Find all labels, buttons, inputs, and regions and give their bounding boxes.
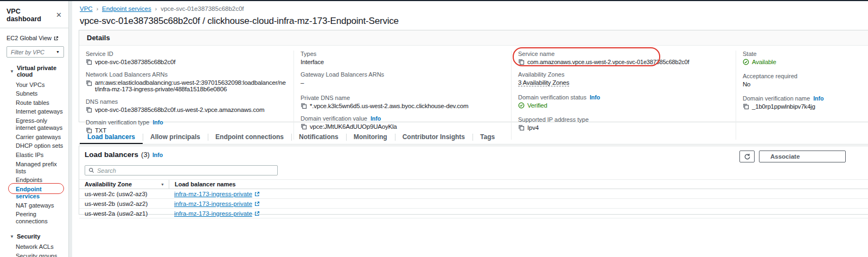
field-types: Types Interface [301, 51, 505, 65]
copy-icon[interactable] [301, 103, 307, 109]
field-gateway-lb-arns: Gateway Load Balancers ARNs – [301, 71, 505, 86]
sidebar-item-subnets[interactable]: Subnets [16, 90, 64, 99]
close-icon[interactable]: ✕ [56, 12, 62, 18]
sidebar-section-title[interactable]: ▼ Virtual private cloud [10, 65, 64, 78]
field-domain-verification-name: Domain verification name Info _1b0rp1ppw… [743, 95, 868, 110]
table-row: us-west-2c (usw2-az3) infra-mz-173-ingre… [79, 189, 868, 199]
sidebar-section-title[interactable]: ▼ Security [10, 233, 64, 240]
breadcrumb-endpoint-services-link[interactable]: Endpoint services [102, 5, 151, 12]
field-acceptance-required: Acceptance required No [743, 73, 868, 87]
info-link[interactable]: Info [371, 115, 381, 122]
sidebar-body: EC2 Global View Filter by VPC ▼ ▼ Virtua… [0, 28, 68, 257]
sidebar-item-endpoint-services[interactable]: Endpoint services [16, 185, 64, 201]
field-availability-zones: Availability Zones 3 Availability Zones [518, 71, 729, 86]
chevron-down-icon: ▼ [10, 234, 14, 239]
search-icon [88, 167, 94, 173]
chevron-down-icon: ▼ [56, 50, 60, 54]
sidebar-item-endpoints[interactable]: Endpoints [16, 176, 64, 185]
copy-icon[interactable] [301, 123, 307, 130]
external-link-icon [254, 201, 260, 206]
copy-icon[interactable] [86, 59, 92, 65]
check-circle-icon [743, 59, 749, 65]
sort-descending-icon[interactable]: ▼ [161, 183, 164, 186]
tab-load-balancers[interactable]: Load balancers [80, 130, 143, 144]
sidebar-item-your-vpcs[interactable]: Your VPCs [16, 80, 64, 90]
details-column-4: State Available Acceptance required No D… [736, 51, 868, 140]
az-cell: us-west-2c (usw2-az3) [85, 191, 148, 197]
sidebar-item-egress-only-internet-gateways[interactable]: Egress-only internet gateways [16, 116, 64, 133]
info-link[interactable]: Info [152, 119, 163, 126]
tab-bar: Load balancers Allow principals Endpoint… [79, 130, 868, 145]
ec2-global-view-link[interactable]: EC2 Global View [7, 35, 59, 41]
sidebar-section-vpc: ▼ Virtual private cloud Your VPCs Subnet… [7, 65, 64, 226]
info-link[interactable]: Info [590, 94, 600, 101]
main-content: VPC › Endpoint services › vpce-svc-01e38… [72, 1, 868, 257]
search-input[interactable] [97, 167, 274, 174]
sidebar-item-managed-prefix-lists[interactable]: Managed prefix lists [16, 160, 64, 176]
breadcrumb-separator: › [155, 6, 157, 12]
chevron-down-icon: ▼ [10, 69, 14, 74]
az-cell: us-west-2a (usw2-az1) [85, 210, 148, 217]
vpc-sidebar: VPC dashboard ✕ EC2 Global View Filter b… [0, 1, 68, 257]
tab-notifications[interactable]: Notifications [291, 130, 346, 144]
load-balancer-link[interactable]: infra-mz-173-ingress-private [174, 210, 260, 217]
field-nlb-arns: Network Load Balancers ARNs arn:aws:elas… [86, 71, 287, 92]
sidebar-item-dhcp-option-sets[interactable]: DHCP option sets [16, 142, 64, 151]
field-service-id: Service ID vpce-svc-01e387385c68b2c0f [86, 51, 287, 65]
breadcrumb-vpc-link[interactable]: VPC [80, 5, 93, 12]
load-balancers-count: (3) [141, 151, 150, 159]
check-circle-icon [518, 102, 525, 109]
tab-endpoint-connections[interactable]: Endpoint connections [208, 130, 291, 144]
field-service-name: Service name com.amazonaws.vpce.us-west-… [518, 51, 729, 65]
field-supported-ip-type: Supported IP address type Ipv4 [518, 116, 729, 131]
refresh-button[interactable] [739, 151, 755, 162]
sidebar-item-elastic-ips[interactable]: Elastic IPs [16, 151, 64, 160]
column-header-availability-zone[interactable]: Availability Zone [85, 181, 132, 187]
load-balancers-panel: Load balancers (3) Info Associate [79, 146, 868, 215]
refresh-icon [744, 153, 751, 160]
load-balancer-link[interactable]: infra-mz-173-ingress-private [174, 191, 260, 197]
column-header-lb-names: Load balancer names [175, 181, 236, 187]
sidebar-section-security: ▼ Security Network ACLs Security groups [7, 233, 64, 257]
sidebar-item-security-groups[interactable]: Security groups [16, 252, 64, 257]
sidebar-item-carrier-gateways[interactable]: Carrier gateways [16, 133, 64, 142]
sidebar-item-peering-connections[interactable]: Peering connections [16, 210, 64, 227]
tab-tags[interactable]: Tags [473, 130, 502, 144]
tab-allow-principals[interactable]: Allow principals [143, 130, 208, 144]
copy-icon[interactable] [86, 106, 92, 113]
sidebar-item-network-acls[interactable]: Network ACLs [16, 242, 64, 252]
sidebar-item-route-tables[interactable]: Route tables [16, 98, 64, 108]
associate-button[interactable]: Associate [759, 151, 846, 162]
table-row: us-west-2b (usw2-az2) infra-mz-173-ingre… [79, 199, 868, 209]
field-domain-verification-value: Domain verification value Info vpce:JMtU… [301, 115, 505, 130]
details-panel-title: Details [79, 30, 868, 46]
info-link[interactable]: Info [813, 95, 824, 102]
external-link-icon [54, 36, 59, 41]
tab-contributor-insights[interactable]: Contributor Insights [395, 130, 473, 144]
search-box[interactable] [85, 165, 278, 175]
copy-icon[interactable] [518, 59, 525, 65]
sidebar-title: VPC dashboard [7, 8, 56, 23]
copy-icon[interactable] [743, 103, 749, 110]
details-panel: Details Service ID vpce-svc-01e387385c68… [79, 30, 868, 122]
field-dns-names: DNS names vpce-svc-01e387385c68b2c0f.us-… [86, 98, 287, 113]
sidebar-item-internet-gateways[interactable]: Internet gateways [16, 108, 64, 117]
info-link[interactable]: Info [152, 152, 163, 158]
load-balancers-title: Load balancers [85, 151, 138, 159]
field-private-dns-name: Private DNS name *.vpce.k3lc5wn6d5.us-we… [301, 95, 505, 109]
table-row: us-west-2a (usw2-az1) infra-mz-173-ingre… [79, 209, 868, 218]
vpc-filter-select[interactable]: Filter by VPC ▼ [7, 46, 64, 58]
sidebar-item-nat-gateways[interactable]: NAT gateways [16, 201, 64, 210]
breadcrumb: VPC › Endpoint services › vpce-svc-01e38… [80, 5, 244, 12]
availability-zones-link[interactable]: 3 Availability Zones [518, 79, 569, 86]
sidebar-header: VPC dashboard ✕ [0, 1, 68, 28]
load-balancer-link[interactable]: infra-mz-173-ingress-private [174, 200, 260, 207]
sidebar-divider [68, 1, 72, 257]
page-title: vpce-svc-01e387385c68b2c0f / clickhouse-… [80, 16, 399, 27]
load-balancers-table: Availability Zone ▼ Load balancer names … [79, 179, 868, 218]
external-link-icon [254, 211, 260, 216]
copy-icon[interactable] [86, 80, 92, 86]
external-link-icon [254, 191, 260, 197]
tab-monitoring[interactable]: Monitoring [346, 130, 395, 144]
table-header-row: Availability Zone ▼ Load balancer names [79, 179, 868, 189]
